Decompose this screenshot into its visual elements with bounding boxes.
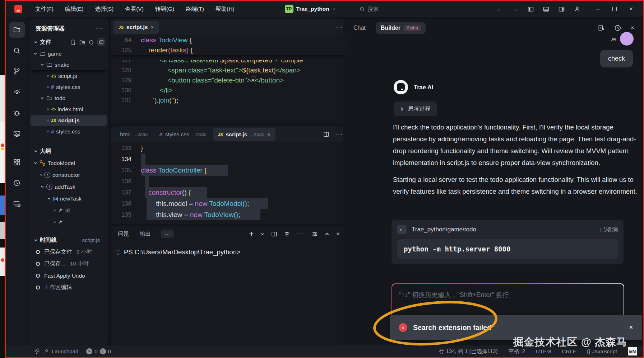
notification-text: Search extension failed (413, 324, 491, 332)
activity-terminal-icon[interactable] (9, 126, 25, 142)
outline-item-partial[interactable] (31, 216, 107, 228)
new-file-icon[interactable] (70, 39, 76, 45)
editor1-more-icon[interactable]: ··· (335, 24, 343, 31)
trash-icon[interactable] (284, 231, 290, 237)
nav-back-icon[interactable]: ← (496, 5, 502, 13)
activity-source-control-icon[interactable] (9, 63, 25, 79)
maximize-button[interactable] (606, 2, 623, 16)
editor1-code[interactable]: 64class TodoView {125render(tasks) { 127… (111, 35, 346, 124)
filter-settings-icon[interactable] (312, 231, 318, 237)
tree-item-script.js[interactable]: JSscript.js (31, 115, 107, 126)
files-section-header[interactable]: 文件 (29, 35, 108, 48)
new-folder-icon[interactable] (79, 39, 85, 45)
tree-item-styles.css[interactable]: #styles.css (31, 126, 107, 137)
sidebar-divider (29, 143, 108, 143)
selection-highlight (145, 176, 149, 187)
tree-item-script.js[interactable]: JSscript.js (31, 70, 107, 81)
timeline-item-Fast Apply Undo[interactable]: Fast Apply Undo (29, 270, 108, 282)
outline-item-id[interactable]: id (31, 204, 107, 216)
timeline-item-已保存...[interactable]: 已保存...10 小时 (29, 258, 108, 270)
tab-builder[interactable]: Builder Alpha (376, 22, 426, 34)
close-panel-icon[interactable]: × (336, 230, 340, 237)
panel-more-tabs-icon[interactable]: ··· (161, 230, 174, 238)
outline-item-label: newTask (60, 196, 82, 202)
collapse-all-button[interactable] (97, 38, 105, 46)
close-window-button[interactable]: × (623, 2, 639, 16)
minimize-button[interactable]: – (590, 2, 606, 16)
thinking-process-toggle[interactable]: 思考过程 (394, 102, 437, 116)
project-switcher[interactable]: TP Trae_python (281, 3, 339, 15)
toggle-left-sidebar-icon[interactable] (528, 6, 534, 12)
activity-search-icon[interactable] (9, 43, 25, 58)
refresh-icon[interactable] (88, 39, 94, 45)
ime-indicator[interactable]: EN (628, 347, 637, 355)
menu-查看(V)[interactable]: 查看(V) (120, 4, 149, 15)
tree-item-game[interactable]: game (31, 48, 107, 59)
outline-section-header[interactable]: 大纲 (29, 145, 108, 157)
assistant-paragraph: I'll check the todo application's functi… (393, 121, 642, 169)
timeline-item-工作区编辑[interactable]: 工作区编辑 (29, 282, 108, 293)
tab-stylescss-todo[interactable]: #styles.css...\todo (154, 128, 211, 141)
panel-actions: + ··· × (249, 230, 340, 238)
close-chat-icon[interactable]: × (631, 24, 634, 32)
maximize-panel-icon[interactable] (325, 232, 329, 236)
split-terminal-icon[interactable] (271, 231, 277, 237)
tab-problems[interactable]: 问题 (117, 229, 130, 239)
thinking-label: 思考过程 (408, 105, 430, 113)
tab-chat[interactable]: Chat (353, 25, 366, 31)
panel-more-icon[interactable]: ··· (297, 230, 305, 237)
tab-output[interactable]: 输出 (139, 229, 152, 239)
close-tab-icon[interactable]: × (267, 131, 270, 137)
account-icon[interactable] (574, 6, 580, 12)
chat-history-icon[interactable] (614, 24, 621, 32)
app-logo-icon[interactable] (14, 5, 22, 13)
chevron-down-icon (34, 238, 38, 242)
global-search[interactable]: 搜索 (360, 6, 379, 13)
outline-item-TodoModel[interactable]: TodoModel (31, 157, 107, 169)
nav-forward-icon[interactable]: → (512, 5, 518, 13)
tree-item-snake[interactable]: snake (31, 59, 107, 70)
tab-html-todo[interactable]: .html...\todo (113, 128, 153, 141)
split-editor-icon[interactable] (323, 131, 329, 137)
tree-item-label: todo (55, 95, 65, 102)
launchpad-label[interactable]: Launchpad (52, 348, 78, 354)
outline-item-addTask[interactable]: faddTask (31, 181, 107, 193)
new-terminal-icon[interactable]: + (249, 230, 254, 238)
explorer-sidebar: 资源管理器 ··· 文件 gamesnakeJSscript.js#styles… (29, 19, 108, 345)
activity-debug-icon[interactable] (9, 105, 25, 121)
tab-scriptjs-todo[interactable]: JSscript.js...\todo× (213, 128, 275, 141)
tree-item-index.html[interactable]: <>index.html (31, 104, 107, 115)
menu-选择(S)[interactable]: 选择(S) (90, 4, 119, 15)
outline-item-newTask[interactable]: [ø]newTask (31, 193, 107, 204)
menu-转到(G)[interactable]: 转到(G) (150, 4, 179, 15)
code-lines: 133}134135class TodoController {136137co… (111, 142, 346, 220)
new-chat-icon[interactable] (598, 24, 605, 32)
activity-extensions-icon[interactable] (9, 154, 25, 170)
menu-终端(T)[interactable]: 终端(T) (181, 4, 209, 15)
explorer-more-icon[interactable]: ··· (95, 25, 103, 32)
editor2-code[interactable]: 133}134135class TodoController {136137co… (111, 142, 346, 224)
toggle-right-sidebar-icon[interactable] (559, 6, 565, 12)
tree-item-todo[interactable]: todo (31, 93, 107, 104)
activity-review-eye-icon[interactable] (9, 84, 25, 100)
menu-编辑(E)[interactable]: 编辑(E) (60, 4, 89, 15)
menu-文件(F)[interactable]: 文件(F) (30, 4, 59, 15)
timeline-section-header[interactable]: 时间线 script.js (29, 234, 108, 246)
editor2-more-icon[interactable]: ··· (335, 131, 343, 138)
tree-item-styles.css[interactable]: #styles.css (31, 81, 107, 93)
menu-帮助(H)[interactable]: 帮助(H) (210, 4, 240, 15)
toggle-bottom-panel-icon[interactable] (543, 6, 549, 12)
activity-explorer-icon[interactable] (9, 22, 25, 38)
project-badge: TP (285, 5, 293, 13)
timeline-item-已保存文件[interactable]: 已保存文件9 小时 (29, 246, 108, 258)
close-tab-icon[interactable]: × (151, 24, 154, 30)
terminal-dropdown-icon[interactable] (260, 232, 264, 236)
activity-history-icon[interactable] (9, 175, 25, 191)
problems-status[interactable]: ×0 !0 (86, 348, 111, 354)
outline-item-constructor[interactable]: fconstructor (31, 169, 107, 181)
dismiss-notification-icon[interactable]: × (629, 324, 633, 331)
chevron-down-icon (332, 7, 336, 11)
activity-remote-icon[interactable] (9, 196, 25, 212)
terminal-content[interactable]: PS C:\Users\Ma\Desktop\Trae_python> (116, 248, 346, 256)
tab-script-js[interactable]: JS script.js × (113, 21, 159, 34)
